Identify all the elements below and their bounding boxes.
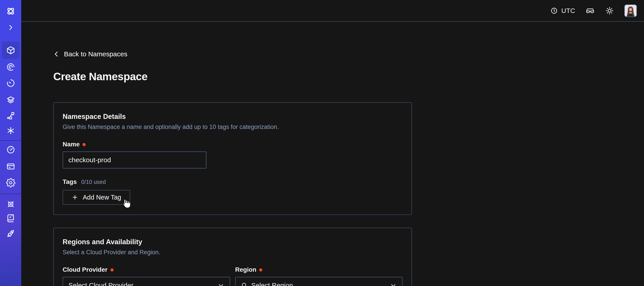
cloud-provider-label-text: Cloud Provider bbox=[62, 266, 108, 273]
avatar-image bbox=[625, 5, 636, 16]
required-dot bbox=[82, 143, 86, 146]
sidebar-item-spiral[interactable] bbox=[0, 60, 21, 74]
theme-toggle[interactable] bbox=[605, 6, 614, 15]
sidebar bbox=[0, 0, 21, 286]
book-sparkles-icon bbox=[6, 213, 16, 223]
required-dot bbox=[110, 268, 114, 272]
required-dot bbox=[259, 268, 262, 272]
chevron-left-icon bbox=[53, 51, 60, 57]
timer-icon bbox=[6, 78, 16, 88]
main-content: Back to Namespaces Create Namespace Name… bbox=[21, 22, 644, 286]
name-label-text: Name bbox=[62, 141, 80, 148]
card-title: Namespace Details bbox=[62, 113, 402, 121]
sidebar-item-layers[interactable] bbox=[0, 93, 21, 107]
region-placeholder: Select Region bbox=[251, 282, 386, 286]
rocket-icon bbox=[6, 229, 16, 238]
sidebar-item-branch[interactable] bbox=[0, 109, 21, 123]
back-to-namespaces-link[interactable]: Back to Namespaces bbox=[53, 50, 127, 58]
sidebar-item-docs[interactable] bbox=[0, 211, 21, 225]
plus-icon bbox=[72, 194, 78, 201]
regions-card: Regions and Availability Select a Cloud … bbox=[53, 228, 412, 286]
add-new-tag-label: Add New Tag bbox=[83, 194, 121, 201]
page-title: Create Namespace bbox=[53, 70, 412, 83]
topbar: UTC bbox=[21, 0, 644, 22]
sun-icon bbox=[605, 6, 614, 15]
labs-toggle[interactable] bbox=[586, 6, 595, 15]
card-subtitle: Select a Cloud Provider and Region. bbox=[62, 249, 402, 256]
card-subtitle: Give this Namespace a name and optionall… bbox=[62, 124, 402, 130]
namespace-details-card: Namespace Details Give this Namespace a … bbox=[53, 102, 412, 215]
sidebar-item-billing[interactable] bbox=[0, 159, 21, 174]
cloud-provider-select[interactable]: Select Cloud Provider bbox=[62, 277, 230, 286]
provider-region-row: Cloud Provider Select Cloud Provider Reg… bbox=[62, 266, 402, 286]
name-field-label: Name bbox=[62, 141, 402, 148]
sidebar-item-settings[interactable] bbox=[0, 176, 21, 190]
timezone-selector[interactable]: UTC bbox=[550, 7, 575, 14]
glasses-icon bbox=[586, 6, 595, 15]
region-select[interactable]: Select Region bbox=[235, 277, 403, 286]
search-icon bbox=[241, 282, 248, 286]
sidebar-item-asterisk[interactable] bbox=[0, 124, 21, 138]
back-link-label: Back to Namespaces bbox=[64, 50, 127, 58]
tags-used-counter: 0/10 used bbox=[81, 179, 106, 185]
add-new-tag-button[interactable]: Add New Tag bbox=[62, 190, 130, 205]
card-title: Regions and Availability bbox=[62, 238, 402, 246]
sidebar-item-namespaces[interactable] bbox=[2, 41, 20, 59]
sidebar-divider bbox=[0, 140, 21, 141]
timezone-label: UTC bbox=[561, 7, 575, 14]
tags-label-row: Tags 0/10 used bbox=[62, 178, 402, 185]
gauge-icon bbox=[6, 145, 16, 154]
sidebar-divider bbox=[0, 194, 21, 194]
gear-icon bbox=[6, 178, 16, 188]
layers-icon bbox=[6, 95, 16, 105]
chevron-down-icon bbox=[218, 282, 224, 286]
cloud-provider-placeholder: Select Cloud Provider bbox=[68, 282, 214, 286]
region-label: Region bbox=[235, 266, 403, 273]
sidebar-item-getting-started[interactable] bbox=[0, 227, 21, 241]
cloud-provider-label: Cloud Provider bbox=[62, 266, 230, 273]
branch-icon bbox=[6, 111, 16, 120]
region-label-text: Region bbox=[235, 266, 256, 273]
cube-icon bbox=[6, 45, 16, 55]
spiral-icon bbox=[6, 62, 16, 72]
sidebar-item-timer[interactable] bbox=[0, 76, 21, 90]
sidebar-item-support[interactable] bbox=[0, 197, 21, 211]
tags-label: Tags bbox=[62, 178, 77, 185]
credit-card-icon bbox=[6, 162, 16, 171]
user-avatar[interactable] bbox=[624, 4, 637, 17]
asterisk-icon bbox=[6, 126, 16, 135]
clock-icon bbox=[550, 7, 558, 14]
namespace-name-input[interactable] bbox=[62, 151, 206, 168]
helm-icon bbox=[6, 200, 16, 209]
sidebar-item-gauge[interactable] bbox=[0, 143, 21, 157]
temporal-logo-icon[interactable] bbox=[0, 4, 21, 18]
chevron-down-icon bbox=[390, 282, 397, 286]
sidebar-expand-chevron-icon[interactable] bbox=[0, 20, 21, 35]
